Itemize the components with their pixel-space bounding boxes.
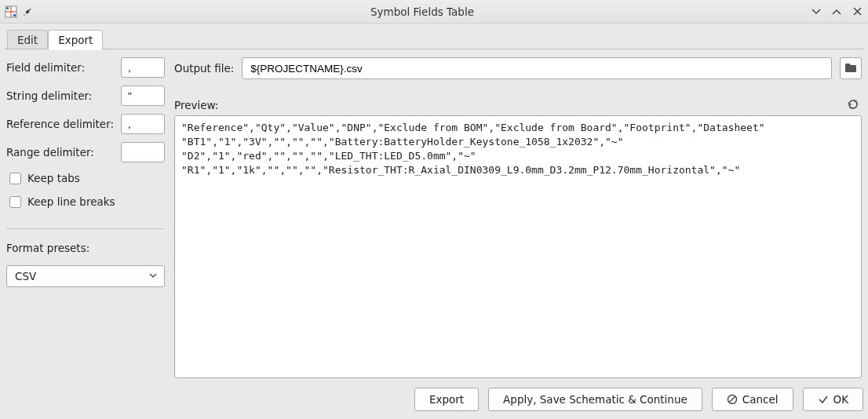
preview-label: Preview:	[174, 99, 844, 111]
browse-button[interactable]	[840, 57, 862, 79]
ok-button-label: OK	[833, 393, 848, 406]
keep-tabs-checkbox[interactable]	[9, 173, 21, 184]
reference-delimiter-label: Reference delimiter:	[6, 118, 115, 130]
range-delimiter-label: Range delimiter:	[6, 146, 115, 158]
app-icon	[5, 5, 17, 18]
export-button-label: Export	[429, 393, 464, 406]
reference-delimiter-input[interactable]	[121, 114, 165, 134]
format-presets-value: CSV	[15, 270, 36, 282]
range-delimiter-input[interactable]	[121, 142, 165, 162]
cancel-button-label: Cancel	[742, 393, 779, 406]
output-file-input[interactable]	[242, 57, 832, 79]
chevron-down-icon	[148, 270, 158, 282]
check-icon	[818, 394, 829, 405]
field-delimiter-input[interactable]	[121, 57, 165, 78]
string-delimiter-label: String delimiter:	[6, 89, 115, 102]
titlebar: Symbol Fields Table	[0, 0, 868, 24]
field-delimiter-label: Field delimiter:	[6, 61, 115, 74]
folder-icon	[844, 62, 857, 75]
tab-export[interactable]: Export	[48, 30, 103, 50]
refresh-icon	[847, 98, 859, 113]
cancel-icon	[727, 394, 738, 405]
export-options: Field delimiter: String delimiter: Refer…	[6, 57, 165, 378]
svg-line-6	[729, 396, 735, 403]
maximize-icon[interactable]	[830, 5, 843, 18]
apply-button[interactable]: Apply, Save Schematic & Continue	[488, 388, 702, 411]
ok-button[interactable]: OK	[803, 388, 863, 411]
string-delimiter-input[interactable]	[121, 86, 165, 106]
keep-line-breaks-label: Keep line breaks	[27, 195, 115, 208]
tabstrip: Edit Export	[5, 28, 863, 49]
format-presets-combo[interactable]: CSV	[6, 265, 165, 287]
window-title: Symbol Fields Table	[35, 5, 810, 18]
output-file-label: Output file:	[174, 62, 234, 75]
svg-rect-3	[6, 7, 9, 9]
svg-rect-4	[13, 14, 16, 16]
pin-icon[interactable]	[22, 5, 35, 18]
dialog-buttons: Export Apply, Save Schematic & Continue …	[5, 386, 863, 413]
keep-line-breaks-checkbox[interactable]	[9, 196, 21, 208]
separator	[6, 228, 165, 229]
apply-button-label: Apply, Save Schematic & Continue	[503, 393, 687, 406]
preview-textarea[interactable]: "Reference","Qty","Value","DNP","Exclude…	[174, 115, 862, 378]
cancel-button[interactable]: Cancel	[712, 388, 793, 411]
export-panel: Field delimiter: String delimiter: Refer…	[5, 49, 863, 380]
close-icon[interactable]	[851, 5, 863, 18]
format-presets-label: Format presets:	[6, 242, 165, 254]
keep-tabs-label: Keep tabs	[27, 172, 80, 184]
refresh-button[interactable]	[844, 97, 862, 114]
export-button[interactable]: Export	[414, 388, 479, 411]
tab-edit[interactable]: Edit	[7, 30, 48, 49]
export-right: Output file: Preview:	[174, 57, 862, 378]
minimize-icon[interactable]	[810, 5, 822, 18]
